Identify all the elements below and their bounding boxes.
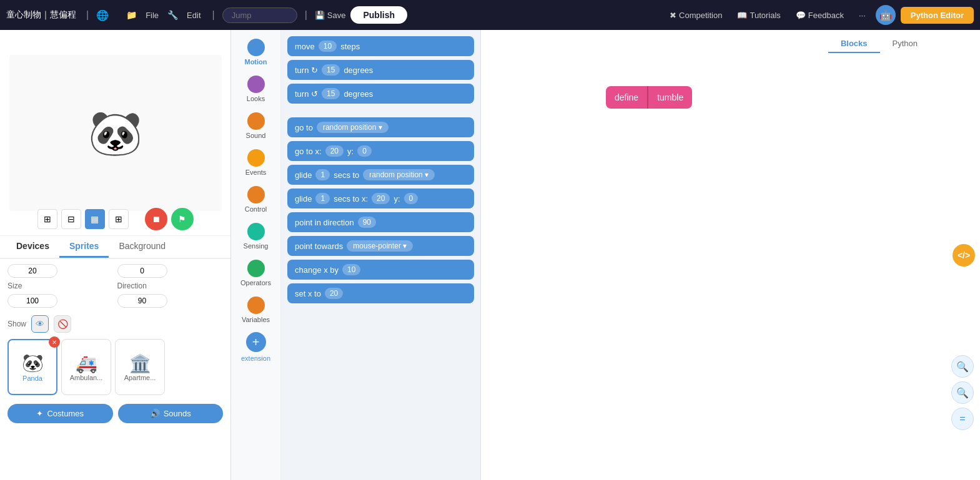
publish-button[interactable]: Publish [350,6,407,24]
category-control[interactable]: Control [234,182,279,217]
zoom-reset-btn[interactable]: = [951,408,974,430]
category-looks[interactable]: Looks [234,72,279,106]
avatar[interactable]: 🤖 [876,5,896,25]
define-part[interactable]: define [606,86,647,109]
zoom-out-btn[interactable]: 🔍 [951,381,974,404]
view-full-btn[interactable]: ⊞ [37,209,57,229]
view-tiles-btn[interactable]: ⊞ [109,209,129,229]
competition-icon: ✖ [670,11,676,20]
block-point-dir-text: point in direction [295,218,354,227]
save-icon: 💾 [315,11,325,20]
topnav: 童心制物｜慧偏程 | 🌐 📁 File 🔧 Edit | | 💾 Save Pu… [0,0,980,30]
more-button[interactable]: ··· [854,8,871,22]
sounds-label: Sounds [164,409,191,418]
block-glide-random[interactable]: glide 1 secs to random position ▾ [287,165,474,185]
block-glide-value: 1 [315,169,330,180]
sprite-name-ambulance: Ambulan... [70,374,103,381]
sprite-properties: Size Direction [0,259,230,313]
stop-icon: ⏹ [152,214,161,224]
block-goto-random[interactable]: go to random position ▾ [287,117,474,137]
tab-sprites[interactable]: Sprites [59,236,109,258]
sprite-close-panda[interactable]: ✕ [49,336,60,348]
block-move-suffix: steps [340,42,360,51]
view-split-btn[interactable]: ▦ [85,209,105,229]
code-toggle-button[interactable]: </> [953,244,975,267]
sprite-name-panda: Panda [22,375,42,382]
size-prop [7,294,114,308]
category-operators[interactable]: Operators [234,256,279,290]
ws-tab-blocks[interactable]: Blocks [828,35,880,53]
events-dot [247,149,265,167]
block-goto-dropdown[interactable]: random position ▾ [317,122,389,133]
tutorials-button[interactable]: 📖 Tutorials [732,8,785,22]
block-point-towards-dropdown[interactable]: mouse-pointer ▾ [347,240,413,252]
zoom-search-btn[interactable]: 🔍 [951,355,974,378]
workspace-tabs: Blocks Python [828,35,930,53]
operators-dot [247,260,265,277]
block-goto-text: go to [295,123,313,132]
show-visible-btn[interactable]: 👁 [31,315,49,333]
block-glide-text: glide [295,170,312,180]
block-turn-cw[interactable]: turn ↻ 15 degrees [287,60,474,80]
block-goto-x-value: 20 [325,145,344,157]
block-change-x[interactable]: change x by 10 [287,260,474,280]
x-input[interactable] [7,264,57,278]
category-variables[interactable]: Variables [234,293,279,327]
left-panel: 🐼 ⊞ ⊟ ▦ ⊞ ⏹ ⚑ Devices Sprites Background [0,30,231,480]
costumes-button[interactable]: ✦ Costumes [7,404,113,423]
tab-devices[interactable]: Devices [6,236,59,258]
view-grid-btn[interactable]: ⊟ [61,209,81,229]
extension-button[interactable]: + [246,332,266,352]
main-layout: 🐼 ⊞ ⊟ ▦ ⊞ ⏹ ⚑ Devices Sprites Background [0,30,980,480]
block-glide-xy[interactable]: glide 1 secs to x: 20 y: 0 [287,189,474,208]
define-block: define tumble [606,86,692,109]
direction-label: Direction [117,282,224,290]
block-point-towards-text: point towards [295,242,343,251]
play-button[interactable]: ⚑ [171,208,194,230]
python-editor-button[interactable]: Python Editor [901,7,974,24]
show-row: Show 👁 🚫 [0,313,230,335]
block-change-x-text: change x by [295,265,339,275]
block-glide-xy-val1: 1 [315,193,330,204]
category-sensing[interactable]: Sensing [234,219,279,253]
edit-button[interactable]: Edit [183,8,204,22]
block-point-towards[interactable]: point towards mouse-pointer ▾ [287,236,474,256]
competition-button[interactable]: ✖ Competition [665,8,727,22]
stop-button[interactable]: ⏹ [145,208,167,230]
sprite-item-ambulance[interactable]: 🚑 Ambulan... [61,339,111,395]
category-motion[interactable]: Motion [234,35,279,69]
variables-label: Variables [242,316,270,323]
zoom-controls: 🔍 🔍 = [951,355,974,430]
ws-tab-python[interactable]: Python [880,35,930,53]
category-sound[interactable]: Sound [234,109,279,143]
feedback-button[interactable]: 💬 Feedback [791,8,849,22]
y-input[interactable] [117,264,167,278]
block-point-dir[interactable]: point in direction 90 [287,212,474,232]
sprite-item-panda[interactable]: ✕ 🐼 Panda [7,339,57,395]
block-turn-ccw[interactable]: turn ↺ 15 degrees [287,84,474,104]
block-move[interactable]: move 10 steps [287,36,474,56]
sprite-name-apartment: Apartme... [124,374,156,381]
block-turn-ccw-value: 15 [322,88,340,99]
category-events[interactable]: Events [234,145,279,180]
tab-background[interactable]: Background [109,236,176,258]
jump-input[interactable] [222,7,297,23]
save-button[interactable]: 💾 Save [315,11,346,20]
events-label: Events [245,169,267,176]
block-glide-xy-text2: secs to x: [334,194,368,203]
block-set-x[interactable]: set x to 20 [287,283,474,303]
show-hidden-btn[interactable]: 🚫 [54,315,71,333]
size-input[interactable] [7,294,57,308]
block-goto-xy[interactable]: go to x: 20 y: 0 [287,141,474,161]
tumble-part[interactable]: tumble [647,86,692,109]
sprite-tabs: Devices Sprites Background [0,236,230,259]
nav-divider: | [86,9,89,21]
direction-input[interactable] [117,294,167,308]
sprite-item-apartment[interactable]: 🏛️ Apartme... [115,339,165,395]
block-goto-y-text: y: [347,147,354,156]
sounds-button[interactable]: 🔊 Sounds [118,404,224,423]
sound-label: Sound [246,132,266,139]
block-glide-dropdown[interactable]: random position ▾ [363,169,435,180]
file-button[interactable]: File [142,8,162,22]
control-dot [247,186,265,203]
